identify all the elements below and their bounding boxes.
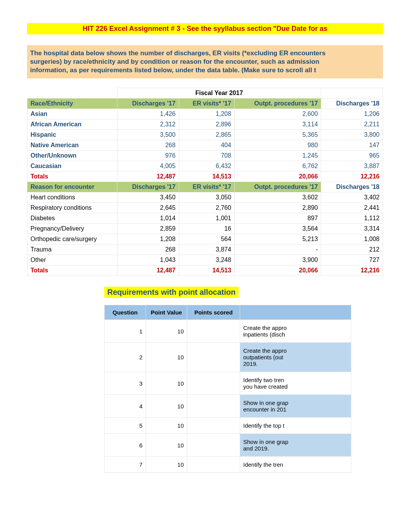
- cell: -: [234, 245, 321, 255]
- fiscal-year-label: Fiscal Year 2017: [117, 88, 321, 99]
- requirements-table: Question Point Value Points scored 110Cr…: [104, 305, 351, 473]
- cell: 147: [321, 140, 383, 151]
- cell: 7: [105, 457, 146, 473]
- intro-line-3a: information, as per requirements listed …: [30, 66, 241, 74]
- cell: Trauma: [27, 245, 117, 255]
- table-row: Trauma2683,874-212: [27, 245, 383, 255]
- cell: Asian: [27, 109, 117, 119]
- cell: 3,800: [321, 130, 383, 140]
- cell: Respiratory conditions: [27, 203, 117, 213]
- req-header-row: Question Point Value Points scored: [105, 305, 351, 320]
- table-row: Heart conditions3,4503,0503,6023,402: [27, 192, 383, 203]
- cell: 2,441: [321, 203, 383, 213]
- cell: Hispanic: [27, 130, 117, 140]
- table-row: Orthopedic care/surgery1,2085645,2131,00…: [27, 234, 383, 245]
- cell: [187, 343, 240, 372]
- cell: 10: [146, 418, 187, 434]
- totals2-d17: 12,487: [117, 265, 179, 276]
- req-col-desc: [240, 305, 351, 320]
- race-totals-row: Totals 12,487 14,513 20,066 12,216: [27, 172, 383, 182]
- cell: 4,005: [117, 161, 179, 172]
- totals2-er17: 14,513: [179, 265, 234, 276]
- cell: Heart conditions: [27, 192, 117, 203]
- cell: 564: [179, 234, 234, 245]
- cell: 727: [321, 255, 383, 265]
- cell: [187, 320, 240, 343]
- cell: 212: [321, 245, 383, 255]
- cell: 3,114: [234, 119, 321, 130]
- req-row: 110Create the appro inpatients (disch: [105, 320, 351, 343]
- cell: 2,859: [117, 224, 179, 234]
- req-row: 510Identify the top t: [105, 418, 351, 434]
- cell: 1,245: [234, 151, 321, 161]
- req-row: 610Show in one grap and 2019.: [105, 434, 351, 457]
- intro-text: The hospital data below shows the number…: [27, 45, 383, 78]
- cell: 2: [105, 343, 146, 372]
- cell: 3,887: [321, 161, 383, 172]
- cell: 1,112: [321, 213, 383, 224]
- cell: 10: [146, 372, 187, 395]
- cell: 3: [105, 372, 146, 395]
- col-discharges-17-b: Discharges '17: [117, 182, 179, 192]
- cell: 6: [105, 434, 146, 457]
- cell: 3,248: [179, 255, 234, 265]
- cell: Show in one grap and 2019.: [240, 434, 351, 457]
- cell: 10: [146, 395, 187, 418]
- reason-encounter-header: Reason for encounter: [27, 182, 117, 192]
- col-outpt-17: Outpt. procedures '17: [234, 99, 321, 109]
- cell: Show in one grap encounter in 201: [240, 395, 351, 418]
- fiscal-year-header-row: Fiscal Year 2017: [27, 88, 383, 99]
- cell: 404: [179, 140, 234, 151]
- cell: Identify the top t: [240, 418, 351, 434]
- cell: 6,432: [179, 161, 234, 172]
- race-header-row: Race/Ethnicity Discharges '17 ER visits*…: [27, 99, 383, 109]
- cell: 980: [234, 140, 321, 151]
- cell: 3,500: [117, 130, 179, 140]
- intro-line-3b: (Make sure to scroll all t: [241, 66, 316, 74]
- race-ethnicity-header: Race/Ethnicity: [27, 99, 117, 109]
- totals2-op17: 20,066: [234, 265, 321, 276]
- cell: 16: [179, 224, 234, 234]
- table-row: African American2,3122,8963,1142,211: [27, 119, 383, 130]
- req-row: 310Identify two tren you have created: [105, 372, 351, 395]
- req-col-point-value: Point Value: [146, 305, 187, 320]
- table-row: Pregnancy/Delivery2,859163,5643,314: [27, 224, 383, 234]
- cell: [187, 418, 240, 434]
- totals-d18: 12,216: [321, 172, 383, 182]
- cell: 268: [117, 245, 179, 255]
- col-er-visits-17-b: ER visits* '17: [179, 182, 234, 192]
- table-row: Caucasian4,0056,4326,7623,887: [27, 161, 383, 172]
- cell: Diabetes: [27, 213, 117, 224]
- col-outpt-17-b: Outpt. procedures '17: [234, 182, 321, 192]
- cell: 1,014: [117, 213, 179, 224]
- totals-d17: 12,487: [117, 172, 179, 182]
- cell: 10: [146, 320, 187, 343]
- reason-totals-row: Totals 12,487 14,513 20,066 12,216: [27, 265, 383, 276]
- cell: 4: [105, 395, 146, 418]
- requirements-title: Requirements with point allocation: [104, 287, 239, 298]
- table-row: Other/Unknown9767081,245965: [27, 151, 383, 161]
- cell: 3,564: [234, 224, 321, 234]
- table-row: Native American268404980147: [27, 140, 383, 151]
- cell: Caucasian: [27, 161, 117, 172]
- cell: 5: [105, 418, 146, 434]
- assignment-title: HIT 226 Excel Assignment # 3 - See the s…: [27, 23, 383, 34]
- table-row: Diabetes1,0141,0018971,112: [27, 213, 383, 224]
- req-col-points-scored: Points scored: [187, 305, 240, 320]
- totals-op17: 20,066: [234, 172, 321, 182]
- table-row: Respiratory conditions2,6452,7602,8902,4…: [27, 203, 383, 213]
- cell: 1,043: [117, 255, 179, 265]
- cell: Create the appro inpatients (disch: [240, 320, 351, 343]
- col-er-visits-17: ER visits* '17: [179, 99, 234, 109]
- col-discharges-17: Discharges '17: [117, 99, 179, 109]
- req-row: 410Show in one grap encounter in 201: [105, 395, 351, 418]
- cell: 2,312: [117, 119, 179, 130]
- cell: 1,208: [179, 109, 234, 119]
- totals-er17: 14,513: [179, 172, 234, 182]
- totals-label-2: Totals: [27, 265, 117, 276]
- cell: 3,900: [234, 255, 321, 265]
- cell: [187, 434, 240, 457]
- cell: 10: [146, 434, 187, 457]
- cell: 3,402: [321, 192, 383, 203]
- cell: 2,865: [179, 130, 234, 140]
